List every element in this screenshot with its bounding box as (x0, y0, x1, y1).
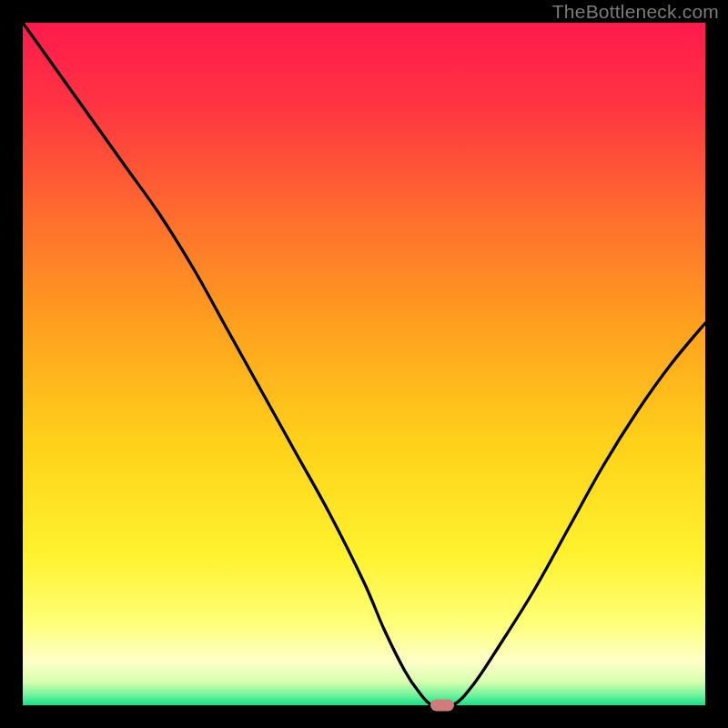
plot-svg (23, 23, 705, 705)
watermark-text: TheBottleneck.com (552, 1, 719, 23)
plot-area (23, 23, 705, 705)
gradient-background (23, 23, 705, 705)
chart-frame: TheBottleneck.com (0, 0, 728, 728)
